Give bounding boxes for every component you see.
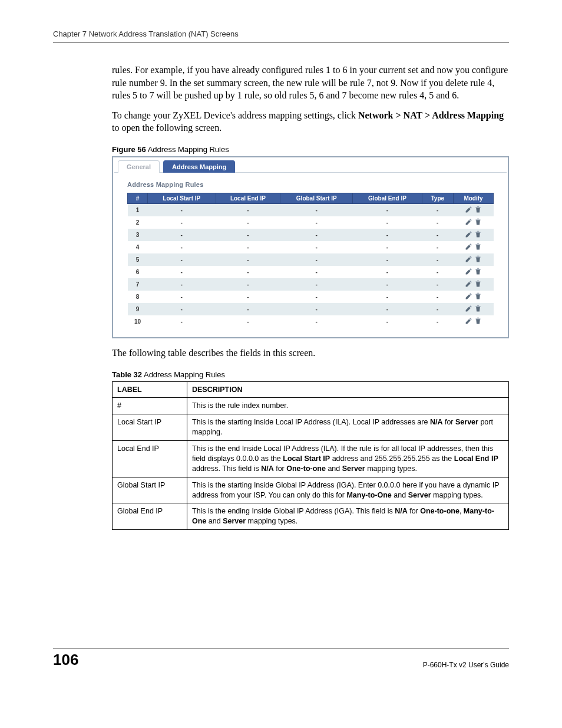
cell-global-start: - (280, 216, 353, 229)
edit-icon[interactable] (465, 243, 472, 252)
cell-global-end: - (353, 241, 422, 253)
label-cell: # (113, 398, 187, 414)
delete-icon[interactable] (474, 218, 482, 227)
col-local-end-ip: Local End IP (216, 193, 280, 203)
desc-cell: This is the starting Inside Local IP Add… (187, 414, 509, 441)
bold: Server (223, 517, 246, 525)
delete-icon[interactable] (474, 243, 482, 252)
figure-title: Address Mapping Rules (146, 145, 229, 154)
cell-local-end: - (216, 241, 280, 253)
edit-icon[interactable] (465, 206, 472, 215)
text: for (408, 507, 421, 515)
cell-global-end: - (353, 253, 422, 266)
cell-local-end: - (216, 315, 280, 328)
cell-global-start: - (280, 203, 353, 216)
text: , (459, 507, 464, 515)
cell-local-end: - (216, 253, 280, 266)
col-index: # (128, 193, 148, 203)
delete-icon[interactable] (474, 305, 482, 314)
cell-local-start: - (148, 303, 216, 315)
delete-icon[interactable] (474, 280, 482, 289)
desc-cell: This is the ending Inside Global IP Addr… (187, 503, 509, 530)
cell-modify (454, 291, 494, 303)
chapter-header: Chapter 7 Network Address Translation (N… (53, 29, 509, 42)
edit-icon[interactable] (465, 292, 472, 301)
bold: One-to-one (286, 465, 326, 473)
row-index: 5 (128, 253, 148, 266)
cell-local-end: - (216, 216, 280, 229)
text: mapping types. (431, 491, 483, 499)
text: address and 255.255.255.255 as the (330, 454, 454, 463)
page-number: 106 (53, 651, 78, 669)
row-index: 10 (128, 315, 148, 328)
cell-type: - (422, 303, 454, 315)
row-index: 1 (128, 203, 148, 216)
cell-global-end: - (353, 303, 422, 315)
label-cell: Local End IP (113, 441, 187, 477)
delete-icon[interactable] (474, 230, 482, 239)
bold: Local End IP (454, 454, 498, 463)
tab-address-mapping[interactable]: Address Mapping (163, 160, 235, 173)
cell-local-start: - (148, 253, 216, 266)
cell-modify (454, 303, 494, 315)
text: mapping types. (246, 517, 297, 525)
bold: Local Start IP (283, 454, 330, 463)
edit-icon[interactable] (465, 255, 472, 264)
table-title: Address Mapping Rules (142, 370, 225, 379)
bold: Server (342, 465, 365, 473)
cell-global-start: - (280, 266, 353, 278)
cell-local-end: - (216, 203, 280, 216)
guide-name: P-660H-Tx v2 User's Guide (423, 661, 509, 669)
delete-icon[interactable] (474, 268, 482, 276)
table-row: 7----- (128, 278, 494, 291)
cell-local-end: - (216, 303, 280, 315)
delete-icon[interactable] (474, 255, 482, 264)
delete-icon[interactable] (474, 206, 482, 215)
cell-type: - (422, 253, 454, 266)
edit-icon[interactable] (465, 317, 472, 326)
row-index: 4 (128, 241, 148, 253)
text: for (442, 418, 455, 426)
tab-bar: General Address Mapping (114, 159, 507, 173)
delete-icon[interactable] (474, 292, 482, 301)
text: mapping types. (365, 465, 417, 473)
cell-modify (454, 266, 494, 278)
cell-modify (454, 278, 494, 291)
text: and (206, 517, 223, 525)
cell-local-start: - (148, 241, 216, 253)
row-index: 2 (128, 216, 148, 229)
table-intro: The following table describes the fields… (112, 347, 509, 360)
text: This is the starting Inside Local IP Add… (192, 418, 430, 426)
header-label: LABEL (113, 381, 187, 398)
nav-path-bold: Network > NAT > Address Mapping (358, 110, 504, 120)
col-type: Type (422, 193, 454, 203)
tab-general[interactable]: General (118, 160, 160, 173)
cell-global-start: - (280, 253, 353, 266)
text: address. This field is (192, 465, 261, 473)
bold: N/A (395, 507, 408, 515)
edit-icon[interactable] (465, 230, 472, 239)
cell-global-end: - (353, 291, 422, 303)
cell-modify (454, 241, 494, 253)
cell-modify (454, 203, 494, 216)
cell-local-end: - (216, 278, 280, 291)
row-index: 7 (128, 278, 148, 291)
cell-global-start: - (280, 303, 353, 315)
col-global-start-ip: Global Start IP (280, 193, 353, 203)
header-description: DESCRIPTION (187, 381, 509, 398)
edit-icon[interactable] (465, 218, 472, 227)
table-row: 6----- (128, 266, 494, 278)
text: for (274, 465, 287, 473)
delete-icon[interactable] (474, 317, 482, 326)
cell-global-end: - (353, 278, 422, 291)
cell-global-start: - (280, 278, 353, 291)
cell-type: - (422, 278, 454, 291)
cell-local-end: - (216, 266, 280, 278)
edit-icon[interactable] (465, 280, 472, 289)
table-row: 5----- (128, 253, 494, 266)
cell-modify (454, 253, 494, 266)
desc-cell: This is the rule index number. (187, 398, 509, 414)
edit-icon[interactable] (465, 268, 472, 276)
cell-type: - (422, 266, 454, 278)
edit-icon[interactable] (465, 305, 472, 314)
